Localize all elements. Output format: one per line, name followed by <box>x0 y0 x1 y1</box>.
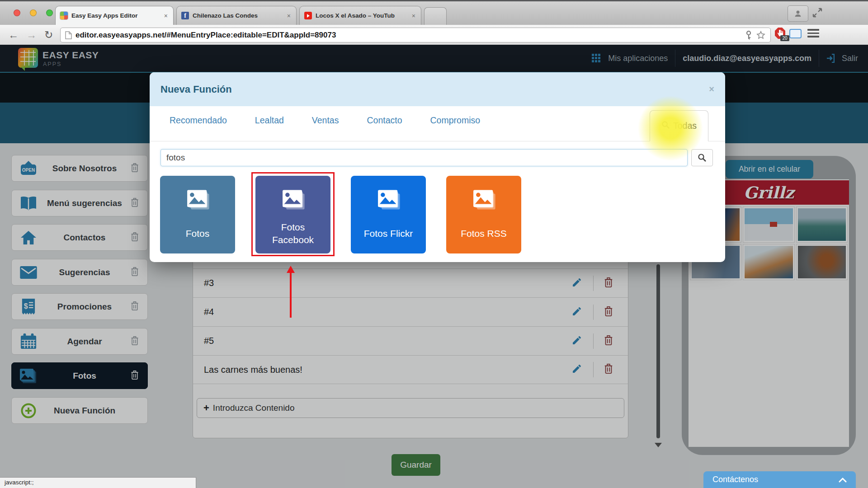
tab-close-icon[interactable]: × <box>286 12 292 19</box>
screenshot-extension-icon[interactable] <box>789 29 802 38</box>
tab-title: Chilenazo Las Condes <box>193 12 283 19</box>
contact-accordion-bar[interactable]: Contáctenos <box>703 471 856 488</box>
chevron-up-icon <box>839 477 847 483</box>
tab-title: Locos X el Asado – YouTub <box>316 12 407 19</box>
tab-recomendado[interactable]: Recomendado <box>170 115 227 126</box>
back-button[interactable]: ← <box>8 27 19 42</box>
address-bar[interactable]: editor.easyeasyapps.net/#MenuEntryPlace:… <box>60 28 771 42</box>
fullscreen-expand-icon[interactable] <box>812 7 823 20</box>
chrome-menu-icon[interactable] <box>807 29 819 39</box>
modal-header: Nueva Función × <box>150 72 725 106</box>
tab-lealtad[interactable]: Lealtad <box>255 115 284 126</box>
facebook-favicon-icon: f <box>181 12 189 19</box>
tab-close-icon[interactable]: × <box>411 12 416 19</box>
bookmark-star-icon[interactable] <box>756 30 766 40</box>
browser-profile-button[interactable] <box>788 5 808 22</box>
close-icon[interactable]: × <box>709 84 714 94</box>
photo-stack-icon <box>351 188 426 212</box>
browser-tab-youtube[interactable]: Locos X el Asado – YouTub × <box>299 6 421 25</box>
modal-tab-bar: Recomendado Lealtad Ventas Contacto Comp… <box>170 115 480 126</box>
page-icon <box>65 31 72 39</box>
adblock-badge: 20 <box>780 35 789 41</box>
new-tab-button[interactable] <box>424 7 447 25</box>
tile-fotos-rss[interactable]: Fotos RSS <box>446 176 521 253</box>
window-minimize-button[interactable] <box>30 9 37 16</box>
tab-title: Easy Easy Apps Editor <box>71 12 160 19</box>
url-text[interactable]: editor.easyeasyapps.net/#MenuEntryPlace:… <box>75 31 741 40</box>
search-icon <box>698 153 707 162</box>
browser-status-bar: javascript:; <box>0 477 196 488</box>
pointer-arrow-stem <box>290 272 292 318</box>
tab-ventas[interactable]: Ventas <box>312 115 339 126</box>
modal-title: Nueva Función <box>160 84 709 95</box>
tab-compromiso[interactable]: Compromiso <box>430 115 481 126</box>
tab-todas[interactable]: Todas <box>650 110 708 141</box>
person-icon <box>793 9 802 18</box>
tile-fotos-flickr[interactable]: Fotos Flickr <box>351 176 426 253</box>
forward-button[interactable]: → <box>26 27 37 42</box>
photo-stack-icon <box>160 188 235 212</box>
tab-close-icon[interactable]: × <box>163 12 169 19</box>
search-button[interactable] <box>691 149 713 166</box>
easyeasy-favicon-icon <box>60 12 68 19</box>
browser-tab-editor[interactable]: Easy Easy Apps Editor × <box>55 6 174 25</box>
browser-tab-facebook[interactable]: f Chilenazo Las Condes × <box>176 6 297 25</box>
function-search-input[interactable] <box>160 149 688 166</box>
selection-highlight-rect <box>251 172 335 256</box>
key-icon[interactable] <box>745 31 752 40</box>
tabs-divider <box>150 141 725 141</box>
nueva-funcion-modal: Nueva Función × Recomendado Lealtad Vent… <box>150 72 725 262</box>
window-close-button[interactable] <box>14 9 20 16</box>
youtube-favicon-icon <box>304 12 312 19</box>
window-zoom-button[interactable] <box>46 9 53 16</box>
search-icon <box>661 121 670 131</box>
photo-stack-icon <box>446 188 521 212</box>
reload-button[interactable]: ↻ <box>44 27 53 42</box>
tile-fotos[interactable]: Fotos <box>160 176 235 253</box>
tab-contacto[interactable]: Contacto <box>367 115 402 126</box>
